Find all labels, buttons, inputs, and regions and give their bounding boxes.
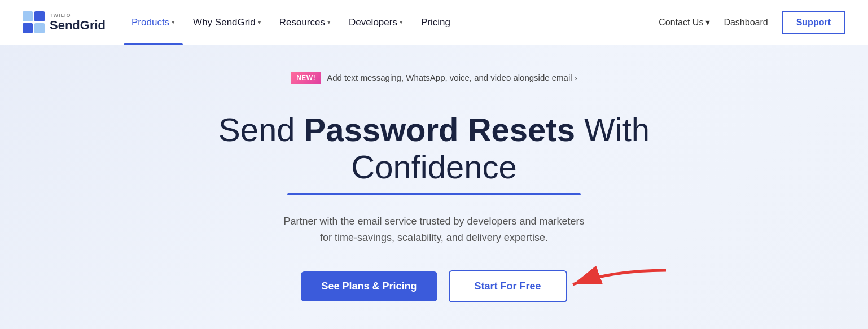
navbar-left: TWILIO SendGrid Products ▾ Why SendGrid … <box>23 11 659 34</box>
navbar: TWILIO SendGrid Products ▾ Why SendGrid … <box>0 0 868 45</box>
nav-item-products[interactable]: Products ▾ <box>124 12 183 33</box>
why-sendgrid-chevron-icon: ▾ <box>258 19 261 26</box>
svg-rect-2 <box>23 23 33 33</box>
arrow-annotation <box>556 265 669 299</box>
svg-rect-0 <box>23 11 33 21</box>
logo[interactable]: TWILIO SendGrid <box>23 11 106 34</box>
support-button[interactable]: Support <box>782 11 845 34</box>
red-arrow-icon <box>556 265 669 299</box>
products-chevron-icon: ▾ <box>172 19 175 26</box>
nav-item-why-sendgrid[interactable]: Why SendGrid ▾ <box>185 12 269 33</box>
resources-chevron-icon: ▾ <box>327 19 331 26</box>
contact-chevron-icon: ▾ <box>705 17 710 28</box>
logo-text-wrap: TWILIO SendGrid <box>50 12 106 33</box>
nav-dashboard[interactable]: Dashboard <box>724 17 768 28</box>
sendgrid-logo-icon <box>23 11 45 34</box>
heading-bold: Password Resets <box>304 111 575 148</box>
heading-plain-before: Send <box>218 111 304 148</box>
hero-subtext: Partner with the email service trusted b… <box>283 213 584 246</box>
heading-underline <box>287 193 581 195</box>
logo-sendgrid: SendGrid <box>50 18 106 33</box>
nav-item-pricing[interactable]: Pricing <box>413 12 458 33</box>
nav-contact-us[interactable]: Contact Us ▾ <box>659 17 710 28</box>
hero-section: NEW! Add text messaging, WhatsApp, voice… <box>0 45 868 329</box>
see-plans-pricing-button[interactable]: See Plans & Pricing <box>301 271 437 301</box>
svg-rect-3 <box>34 23 45 33</box>
logo-twilio: TWILIO <box>50 12 106 18</box>
new-badge: NEW! <box>291 72 321 84</box>
hero-buttons: See Plans & Pricing Start For Free <box>301 270 567 302</box>
nav-items: Products ▾ Why SendGrid ▾ Resources ▾ De… <box>124 12 458 33</box>
navbar-right: Contact Us ▾ Dashboard Support <box>659 11 845 34</box>
nav-item-developers[interactable]: Developers ▾ <box>341 12 411 33</box>
svg-rect-1 <box>34 11 45 21</box>
hero-heading: Send Password Resets With Confidence <box>180 111 688 186</box>
nav-item-resources[interactable]: Resources ▾ <box>271 12 339 33</box>
developers-chevron-icon: ▾ <box>400 19 403 26</box>
new-banner[interactable]: NEW! Add text messaging, WhatsApp, voice… <box>291 72 577 84</box>
banner-text: Add text messaging, WhatsApp, voice, and… <box>327 73 577 82</box>
start-for-free-button[interactable]: Start For Free <box>449 270 567 302</box>
